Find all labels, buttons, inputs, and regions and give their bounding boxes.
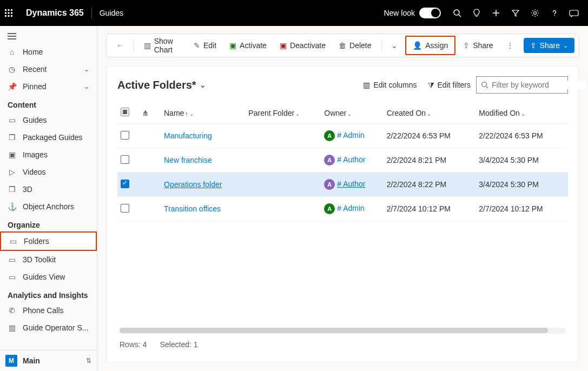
sidebar: ⌂Home ◷Recent⌄ 📌Pinned⌄ Content ▭Guides … (0, 26, 97, 371)
sidebar-section-organize: Organize (0, 215, 97, 231)
show-chart-button[interactable]: ▥Show Chart (138, 34, 186, 57)
command-bar: ← ▥Show Chart ✎Edit ▣Activate ▣Deactivat… (106, 34, 579, 57)
owner-link[interactable]: # Admin (337, 131, 365, 140)
share-button[interactable]: ⇪Share (458, 38, 498, 53)
share-icon: ⇪ (463, 41, 470, 50)
overflow-chevron[interactable]: ⌄ (386, 38, 403, 53)
sidebar-item-home[interactable]: ⌂Home (0, 43, 97, 61)
sidebar-item-label: Guide Operator S... (23, 323, 88, 332)
table-row[interactable]: Operations folderA# Author2/2/2024 8:22 … (117, 173, 568, 197)
deactivate-button[interactable]: ▣Deactivate (274, 38, 331, 53)
row-checkbox[interactable] (121, 155, 129, 164)
share-primary-button[interactable]: ⇪Share⌄ (524, 38, 574, 53)
sidebar-item-recent[interactable]: ◷Recent⌄ (0, 61, 97, 78)
search-icon[interactable] (447, 9, 467, 17)
owner-link[interactable]: # Author (337, 180, 365, 188)
sidebar-item-3d[interactable]: ❒3D (0, 181, 97, 198)
sidebar-item-guides-view[interactable]: ▭Guides View (0, 268, 97, 286)
delete-button[interactable]: 🗑Delete (333, 38, 376, 53)
command-separator (134, 39, 134, 52)
sort-asc-icon: ↑ (185, 110, 188, 117)
brand-label[interactable]: Dynamics 365 (26, 8, 84, 18)
plus-icon[interactable] (486, 9, 506, 17)
row-checkbox[interactable] (121, 204, 129, 213)
trash-icon: 🗑 (339, 41, 346, 50)
filter-icon[interactable] (506, 9, 525, 17)
pencil-icon: ✎ (194, 41, 200, 50)
scrollbar-thumb[interactable] (120, 328, 548, 333)
gear-icon[interactable] (525, 9, 545, 17)
modified-cell: 3/4/2024 5:30 PM (475, 148, 568, 173)
button-label: Edit filters (438, 81, 471, 89)
row-count: Rows: 4 (120, 340, 147, 349)
sidebar-area-switcher[interactable]: M Main ⇅ (0, 350, 97, 371)
edit-columns-button[interactable]: ▥Edit columns (358, 77, 422, 92)
view-selector[interactable]: Active Folders* ⌄ (117, 79, 206, 91)
table-row[interactable]: Transition officesA# Admin2/7/2024 10:12… (117, 197, 568, 221)
button-label: Deactivate (290, 41, 326, 50)
sidebar-section-content: Content (0, 95, 97, 111)
hamburger-icon[interactable] (0, 29, 97, 43)
select-all-checkbox[interactable] (121, 108, 129, 116)
table-row[interactable]: ManufacturingA# Admin2/22/2024 6:53 PM2/… (117, 124, 568, 148)
column-parent[interactable]: Parent Folder⌄ (245, 102, 321, 124)
back-button[interactable]: ← (111, 38, 129, 53)
edit-filters-button[interactable]: ⧩Edit filters (422, 77, 476, 93)
modified-cell: 2/7/2024 10:12 PM (475, 197, 568, 221)
view-header: Active Folders* ⌄ ▥Edit columns ⧩Edit fi… (117, 76, 568, 94)
sidebar-item-images[interactable]: ▣Images (0, 146, 97, 163)
horizontal-scrollbar[interactable] (120, 328, 566, 333)
svg-rect-5 (11, 12, 12, 14)
button-label: Edit columns (373, 81, 417, 89)
column-created[interactable]: Created On⌄ (384, 102, 476, 124)
avatar: A (324, 203, 335, 214)
owner-link[interactable]: # Admin (337, 204, 365, 213)
record-link[interactable]: Manufacturing (164, 131, 212, 140)
lightbulb-icon[interactable] (467, 9, 486, 17)
column-modified[interactable]: Modified On⌄ (475, 102, 568, 124)
sidebar-item-pinned[interactable]: 📌Pinned⌄ (0, 78, 97, 95)
assistant-icon[interactable] (564, 9, 584, 17)
arrow-left-icon: ← (116, 41, 124, 50)
sidebar-item-toolkit[interactable]: ▭3D Toolkit (0, 251, 97, 268)
assign-button[interactable]: 👤Assign (407, 38, 453, 53)
sidebar-item-anchors[interactable]: ⚓Object Anchors (0, 198, 97, 215)
new-look-toggle[interactable]: New look (384, 8, 441, 18)
image-icon: ▣ (8, 150, 16, 159)
sidebar-item-packaged[interactable]: ❒Packaged Guides (0, 129, 97, 146)
new-look-label: New look (384, 9, 415, 17)
column-owner[interactable]: Owner⌄ (321, 102, 383, 124)
sidebar-item-guides[interactable]: ▭Guides (0, 111, 97, 129)
svg-rect-3 (5, 12, 6, 14)
app-launcher-icon[interactable] (4, 9, 22, 17)
search-field[interactable] (492, 81, 586, 89)
video-icon: ▷ (8, 168, 16, 176)
button-label: Edit (203, 41, 216, 50)
row-checkbox[interactable] (121, 131, 129, 140)
record-link[interactable]: New franchise (164, 156, 212, 164)
table-row[interactable]: New franchiseA# Author2/2/2024 8:21 PM3/… (117, 148, 568, 173)
row-checkbox[interactable] (121, 180, 129, 188)
record-link[interactable]: Transition offices (164, 204, 221, 213)
owner-link[interactable]: # Author (337, 155, 365, 164)
funnel-icon: ⧩ (428, 81, 434, 90)
app-name[interactable]: Guides (100, 9, 123, 17)
sidebar-item-label: Guides (23, 116, 47, 124)
search-input[interactable] (476, 76, 568, 94)
help-icon[interactable] (545, 9, 564, 17)
record-link[interactable]: Operations folder (164, 180, 222, 189)
sidebar-item-guide-op[interactable]: ▥Guide Operator S... (0, 319, 97, 336)
modified-cell: 2/22/2024 6:53 PM (475, 124, 568, 148)
modified-cell: 3/4/2024 5:30 PM (475, 173, 568, 197)
activate-icon: ▣ (229, 41, 236, 50)
more-button[interactable]: ⋮ (501, 38, 519, 53)
edit-button[interactable]: ✎Edit (188, 38, 222, 53)
sidebar-item-videos[interactable]: ▷Videos (0, 163, 97, 181)
column-name[interactable]: Name↑⌄ (161, 102, 245, 124)
data-grid: ⋔ Name↑⌄ Parent Folder⌄ Owner⌄ Created O… (117, 102, 568, 221)
hierarchy-icon[interactable]: ⋔ (142, 109, 149, 117)
sidebar-item-phone[interactable]: ✆Phone Calls (0, 302, 97, 319)
toggle-switch-icon[interactable] (419, 8, 441, 18)
sidebar-item-folders[interactable]: ▭Folders (0, 231, 97, 251)
activate-button[interactable]: ▣Activate (224, 38, 272, 53)
